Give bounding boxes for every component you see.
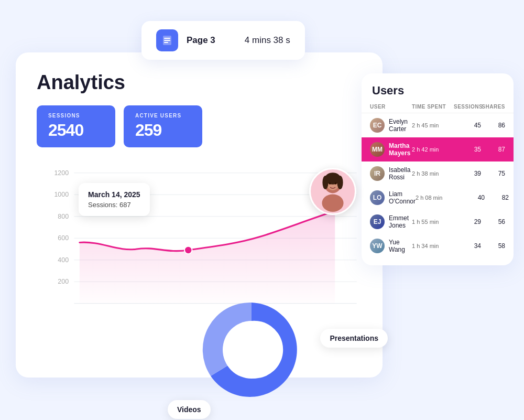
svg-text:800: 800 xyxy=(58,213,69,220)
svg-text:600: 600 xyxy=(58,234,69,242)
user-name-cell: YW Yue Wang xyxy=(370,239,412,253)
svg-point-22 xyxy=(337,176,343,189)
time-spent: 1 h 34 min xyxy=(412,243,454,249)
page-card: Page 3 4 mins 38 s xyxy=(141,21,305,60)
table-row: EC Evelyn Carter 2 h 45 min 45 86 xyxy=(362,113,514,137)
page-time: 4 mins 38 s xyxy=(245,35,290,46)
col-shares: Shares xyxy=(481,104,505,110)
time-spent: 2 h 08 min xyxy=(416,195,457,201)
document-icon xyxy=(156,29,178,51)
shares-count: 56 xyxy=(481,218,505,225)
presentations-label: Presentations xyxy=(320,329,388,348)
user-name: Martha Mayers xyxy=(389,142,412,157)
svg-text:1200: 1200 xyxy=(54,169,69,177)
table-row: EJ Emmet Jones 1 h 55 min 29 56 xyxy=(362,210,514,234)
active-users-stat: ACTIVE USERS 259 xyxy=(124,105,202,147)
time-spent: 2 h 42 min xyxy=(412,146,454,153)
col-user: User xyxy=(370,104,412,110)
analytics-title: Analytics xyxy=(37,71,362,94)
shares-count: 87 xyxy=(481,146,505,153)
shares-count: 82 xyxy=(485,194,509,201)
table-header: User Time spent Sessions Shares xyxy=(362,104,514,113)
sessions-count: 45 xyxy=(454,122,481,129)
user-name: Emmet Jones xyxy=(389,214,412,229)
col-time-spent: Time spent xyxy=(412,104,454,110)
sessions-count: 39 xyxy=(454,170,481,177)
active-users-label: ACTIVE USERS xyxy=(135,113,191,119)
tooltip-date: March 14, 2025 xyxy=(88,190,140,199)
table-row: YW Yue Wang 1 h 34 min 34 58 xyxy=(362,234,514,258)
avatar: IR xyxy=(370,166,385,181)
user-name: Yue Wang xyxy=(389,239,412,253)
user-name: Evelyn Carter xyxy=(389,118,412,133)
donut-chart xyxy=(199,297,304,402)
active-users-value: 259 xyxy=(135,121,191,140)
tooltip-sessions: Sessions: 687 xyxy=(88,201,140,209)
user-name-cell: IR Isabella Rossi xyxy=(370,166,412,181)
avatar: EC xyxy=(370,118,385,133)
shares-count: 58 xyxy=(481,242,505,250)
svg-point-21 xyxy=(322,176,328,189)
svg-text:200: 200 xyxy=(58,278,69,285)
sessions-value: 2540 xyxy=(48,121,104,140)
shares-count: 75 xyxy=(481,170,505,177)
time-spent: 1 h 55 min xyxy=(412,219,454,225)
donut-chart-area: Presentations Videos xyxy=(199,297,304,404)
time-spent: 2 h 45 min xyxy=(412,122,454,128)
svg-point-26 xyxy=(223,321,280,379)
user-name-cell: EJ Emmet Jones xyxy=(370,214,412,229)
user-name-cell: EC Evelyn Carter xyxy=(370,118,412,133)
sessions-count: 29 xyxy=(454,218,481,225)
sessions-count: 35 xyxy=(454,146,481,153)
table-row: LO Liam O'Connor 2 h 08 min 40 82 xyxy=(362,186,514,210)
sessions-stat: SESSIONS 2540 xyxy=(37,105,115,147)
users-table-body: EC Evelyn Carter 2 h 45 min 45 86 MM Mar… xyxy=(362,113,514,258)
user-name: Liam O'Connor xyxy=(389,190,416,205)
svg-text:1000: 1000 xyxy=(54,191,69,198)
avatar: EJ xyxy=(370,214,385,229)
stats-row: SESSIONS 2540 ACTIVE USERS 259 xyxy=(37,105,362,147)
chart-tooltip: March 14, 2025 Sessions: 687 xyxy=(79,183,150,216)
videos-label: Videos xyxy=(168,400,211,419)
page-label: Page 3 xyxy=(187,35,215,46)
user-name-cell: MM Martha Mayers xyxy=(370,142,412,157)
svg-point-23 xyxy=(322,194,343,212)
sessions-count: 34 xyxy=(454,242,481,250)
table-row: MM Martha Mayers 2 h 42 min 35 87 xyxy=(362,137,514,161)
sessions-label: SESSIONS xyxy=(48,113,104,119)
user-name-cell: LO Liam O'Connor xyxy=(370,190,416,205)
avatar: YW xyxy=(370,239,385,253)
svg-point-25 xyxy=(335,182,337,185)
table-row: IR Isabella Rossi 2 h 38 min 39 75 xyxy=(362,161,514,186)
users-card: Users User Time spent Sessions Shares EC… xyxy=(362,73,514,265)
avatar: LO xyxy=(370,190,385,205)
users-title: Users xyxy=(362,84,514,104)
col-sessions: Sessions xyxy=(454,104,481,110)
shares-count: 86 xyxy=(481,122,505,129)
time-spent: 2 h 38 min xyxy=(412,170,454,177)
svg-point-24 xyxy=(329,182,331,185)
user-name: Isabella Rossi xyxy=(389,166,412,181)
svg-point-17 xyxy=(184,246,192,254)
svg-text:400: 400 xyxy=(58,256,69,264)
martha-profile-bubble xyxy=(309,168,356,215)
avatar: MM xyxy=(370,142,385,157)
sessions-count: 40 xyxy=(457,194,485,201)
